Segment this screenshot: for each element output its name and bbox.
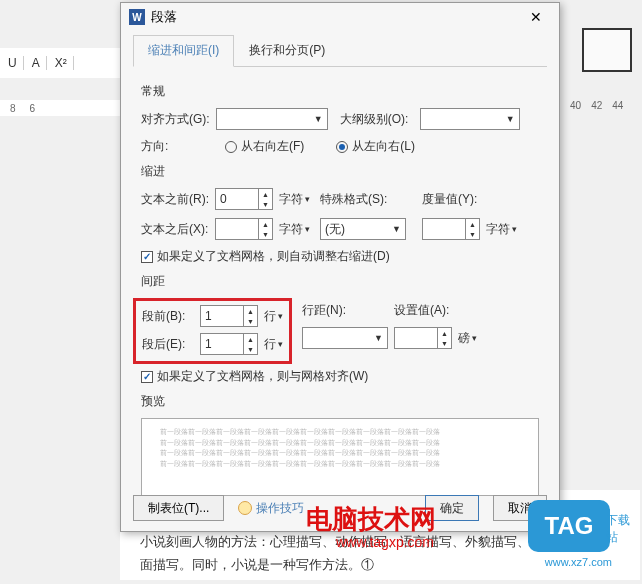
special-label: 特殊格式(S):	[320, 191, 390, 208]
space-before-label: 段前(B):	[142, 308, 194, 325]
underline-btn[interactable]: U	[8, 56, 24, 70]
dialog-tabs: 缩进和间距(I) 换行和分页(P)	[133, 35, 547, 67]
radio-rtl[interactable]: 从右向左(F)	[225, 138, 304, 155]
setvalue-unit[interactable]: 磅▾	[458, 330, 477, 347]
special-combo[interactable]: (无)▼	[320, 218, 406, 240]
bulb-icon	[238, 501, 252, 515]
chevron-down-icon: ▼	[506, 114, 515, 124]
indent-before-unit[interactable]: 字符▾	[279, 191, 310, 208]
linespace-label: 行距(N):	[302, 302, 352, 319]
radio-ltr[interactable]: 从左向右(L)	[336, 138, 415, 155]
measure-label: 度量值(Y):	[422, 191, 482, 208]
align-combo[interactable]: ▼	[216, 108, 328, 130]
tag-side-text: 下载站	[606, 512, 640, 546]
dialog-titlebar: W 段落 ✕	[121, 3, 559, 31]
indent-after-spin[interactable]: ▲▼	[215, 218, 273, 240]
tab-line-page[interactable]: 换行和分页(P)	[234, 35, 340, 66]
superscript-btn[interactable]: X²	[55, 56, 74, 70]
space-after-label: 段后(E):	[142, 336, 194, 353]
indent-before-label: 文本之前(R):	[141, 191, 209, 208]
setvalue-label: 设置值(A):	[394, 302, 454, 319]
font-btn[interactable]: A	[32, 56, 47, 70]
chevron-down-icon: ▼	[374, 333, 383, 343]
chevron-down-icon: ▼	[314, 114, 323, 124]
section-spacing: 间距	[141, 273, 539, 290]
dialog-title: 段落	[151, 8, 521, 26]
align-label: 对齐方式(G):	[141, 111, 210, 128]
indent-after-label: 文本之后(X):	[141, 221, 209, 238]
tips-link[interactable]: 操作技巧	[238, 500, 304, 517]
indent-after-unit[interactable]: 字符▾	[279, 221, 310, 238]
setvalue-spin[interactable]: ▲▼	[394, 327, 452, 349]
measure-spin[interactable]: ▲▼	[422, 218, 480, 240]
outline-combo[interactable]: ▼	[420, 108, 520, 130]
outline-label: 大纲级别(O):	[340, 111, 414, 128]
grid-align-check[interactable]: 如果定义了文档网格，则与网格对齐(W)	[141, 368, 368, 385]
app-icon: W	[129, 9, 145, 25]
space-after-unit[interactable]: 行▾	[264, 336, 283, 353]
ruler-right: 404244	[570, 100, 623, 116]
chevron-down-icon: ▼	[392, 224, 401, 234]
space-before-spin[interactable]: 1▲▼	[200, 305, 258, 327]
linespace-combo[interactable]: ▼	[302, 327, 388, 349]
tag-under-url: www.xz7.com	[545, 556, 612, 568]
direction-label: 方向:	[141, 138, 209, 155]
ruler-left: 86	[0, 100, 120, 116]
highlight-box: 段前(B): 1▲▼ 行▾ 段后(E): 1▲▼ 行▾	[133, 298, 292, 364]
tag-badge: TAG	[528, 500, 610, 552]
tab-indent-spacing[interactable]: 缩进和间距(I)	[133, 35, 234, 67]
paragraph-dialog: W 段落 ✕ 缩进和间距(I) 换行和分页(P) 常规 对齐方式(G): ▼ 大…	[120, 2, 560, 532]
measure-unit[interactable]: 字符▾	[486, 221, 517, 238]
bg-ribbon-button[interactable]	[582, 28, 632, 72]
section-indent: 缩进	[141, 163, 539, 180]
preview-box: 前一段落前一段落前一段落前一段落前一段落前一段落前一段落前一段落前一段落前一段落…	[141, 418, 539, 496]
section-general: 常规	[141, 83, 539, 100]
close-icon[interactable]: ✕	[521, 3, 551, 31]
watermark-url: www.tagxp.com	[336, 534, 434, 550]
tabstop-button[interactable]: 制表位(T)...	[133, 495, 224, 521]
space-before-unit[interactable]: 行▾	[264, 308, 283, 325]
indent-before-spin[interactable]: 0▲▼	[215, 188, 273, 210]
watermark-brand: 电脑技术网	[306, 502, 436, 537]
bg-format-toolbar: U A X²	[0, 48, 120, 78]
section-preview: 预览	[141, 393, 539, 410]
space-after-spin[interactable]: 1▲▼	[200, 333, 258, 355]
auto-indent-check[interactable]: 如果定义了文档网格，则自动调整右缩进(D)	[141, 248, 390, 265]
